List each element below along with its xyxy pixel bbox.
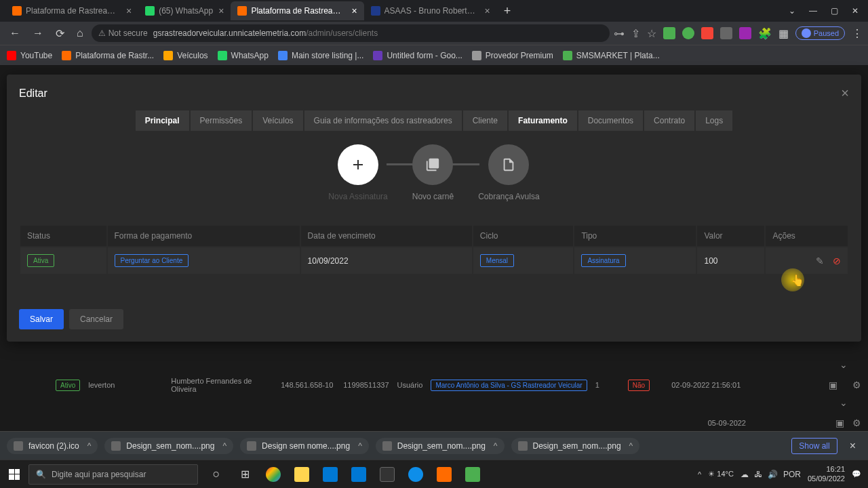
extension-icon[interactable] — [701, 27, 713, 39]
download-item[interactable]: Design_sem_nom....png^ — [511, 438, 640, 454]
bookmark-item[interactable]: Veículos — [163, 51, 208, 60]
row-expand-icon[interactable]: ⌄ — [840, 359, 848, 370]
bookmark-item[interactable]: Plataforma de Rastr... — [62, 51, 154, 60]
modal-close-icon[interactable]: × — [841, 85, 849, 101]
chevron-up-icon[interactable]: ^ — [629, 441, 633, 451]
bookmark-favicon — [373, 51, 382, 60]
maximize-icon[interactable]: ▢ — [831, 6, 838, 16]
extensions-icon[interactable]: 🧩 — [758, 27, 772, 40]
tab-permissoes[interactable]: Permissões — [191, 110, 252, 131]
notifications-icon[interactable]: 💬 — [852, 470, 861, 479]
bookmark-item[interactable]: Untitled form - Goo... — [373, 51, 462, 60]
volume-icon[interactable]: 🔊 — [768, 470, 778, 479]
tab-documentos[interactable]: Documentos — [578, 110, 643, 131]
explorer-icon[interactable] — [289, 462, 315, 487]
key-icon[interactable]: ⊶ — [614, 27, 625, 40]
network-icon[interactable]: 🖧 — [754, 470, 762, 479]
step-cobranca-avulsa[interactable]: Cobrança Avulsa — [478, 144, 540, 201]
start-button[interactable] — [0, 460, 28, 489]
bookmark-item[interactable]: Provedor Premium — [472, 51, 553, 60]
mail-icon[interactable] — [317, 462, 343, 487]
app-icon[interactable]: ▦ — [778, 27, 789, 40]
bookmark-favicon — [472, 51, 481, 60]
camera-icon[interactable]: ▣ — [829, 380, 837, 390]
chevron-up-icon[interactable]: ^ — [358, 441, 362, 451]
download-item[interactable]: Design_sem_nom....png^ — [376, 438, 505, 454]
tab-close-icon[interactable]: × — [218, 5, 224, 16]
chevron-up-icon[interactable]: ^ — [222, 441, 226, 451]
reload-button[interactable]: ⟳ — [52, 24, 68, 43]
store-icon[interactable] — [346, 462, 372, 487]
tray-chevron-icon[interactable]: ^ — [698, 470, 701, 479]
teamviewer-icon[interactable] — [403, 462, 429, 487]
browser-tab-active[interactable]: Plataforma de Rastreamento e g × — [231, 1, 363, 20]
language-icon[interactable]: POR — [783, 470, 801, 479]
cell-count: 1 — [595, 381, 599, 389]
chevron-down-icon[interactable]: ⌄ — [789, 6, 795, 16]
camera-icon[interactable]: ▣ — [835, 418, 844, 428]
bookmark-item[interactable]: SMSMARKET | Plata... — [563, 51, 660, 60]
extension-icon[interactable] — [663, 27, 675, 39]
row-expand-icon[interactable]: ⌄ — [840, 397, 848, 408]
new-tab-button[interactable]: + — [497, 4, 518, 18]
step-novo-carne[interactable]: Novo carnê — [412, 144, 454, 201]
extension-icon[interactable] — [739, 27, 751, 39]
cortana-icon[interactable]: ○ — [203, 462, 229, 487]
share-icon[interactable]: ⇪ — [631, 27, 640, 40]
weather-widget[interactable]: ☀ 14°C — [708, 470, 734, 479]
extension-icon[interactable] — [682, 27, 694, 39]
delete-icon[interactable]: ⊘ — [833, 256, 841, 266]
tab-guia[interactable]: Guia de informações dos rastreadores — [304, 110, 462, 131]
show-all-button[interactable]: Show all — [791, 438, 837, 454]
step-connector — [452, 163, 479, 165]
star-icon[interactable]: ☆ — [647, 27, 656, 40]
chrome-icon[interactable] — [260, 462, 286, 487]
tab-contrato[interactable]: Contrato — [644, 110, 694, 131]
tab-close-icon[interactable]: × — [126, 5, 132, 16]
taskbar-search[interactable]: 🔍 Digite aqui para pesquisar — [28, 464, 198, 485]
menu-icon[interactable]: ⋮ — [852, 27, 863, 40]
browser-tab[interactable]: ASAAS - Bruno Roberto Vieira d × — [364, 1, 497, 20]
gear-icon[interactable]: ⚙ — [852, 418, 861, 428]
modal-tabs: Principal Permissões Veículos Guia de in… — [19, 110, 849, 131]
cancel-button[interactable]: Cancelar — [69, 309, 123, 329]
tab-close-icon[interactable]: × — [351, 5, 357, 16]
profile-paused[interactable]: Paused — [795, 26, 845, 40]
close-window-icon[interactable]: ✕ — [852, 6, 859, 16]
tab-veiculos[interactable]: Veículos — [253, 110, 302, 131]
download-item[interactable]: Design sem nome....png^ — [240, 438, 369, 454]
download-item[interactable]: favicon (2).ico^ — [7, 438, 98, 454]
chevron-up-icon[interactable]: ^ — [494, 441, 498, 451]
chevron-up-icon[interactable]: ^ — [87, 441, 92, 451]
app-icon[interactable] — [374, 462, 400, 487]
tab-faturamento[interactable]: Faturamento — [509, 110, 577, 131]
step-nova-assinatura[interactable]: Nova Assinatura — [328, 144, 387, 201]
bookmark-item[interactable]: Main store listing |... — [278, 51, 364, 60]
forward-button[interactable]: → — [28, 24, 47, 42]
browser-tab[interactable]: Plataforma de Rastreamento e g × — [5, 1, 138, 20]
browser-tab[interactable]: (65) WhatsApp × — [138, 1, 231, 20]
download-item[interactable]: Design_sem_nom....png^ — [104, 438, 233, 454]
tab-cliente[interactable]: Cliente — [463, 110, 507, 131]
task-view-icon[interactable]: ⊞ — [232, 462, 258, 487]
home-button[interactable]: ⌂ — [73, 24, 87, 42]
close-shelf-icon[interactable]: × — [844, 440, 861, 452]
tab-close-icon[interactable]: × — [485, 5, 490, 16]
edit-icon[interactable]: ✎ — [816, 256, 824, 266]
app-icon[interactable] — [431, 462, 457, 487]
clock[interactable]: 16:21 05/09/2022 — [808, 465, 845, 483]
bookmark-item[interactable]: WhatsApp — [218, 51, 269, 60]
gear-icon[interactable]: ⚙ — [852, 380, 861, 390]
modal-title: Editar — [19, 87, 47, 100]
back-button[interactable]: ← — [5, 24, 24, 42]
onedrive-icon[interactable]: ☁ — [741, 470, 749, 479]
address-bar[interactable]: ⚠ Not secure gsrastreadorveicular.unnica… — [92, 24, 610, 42]
extension-icon[interactable] — [720, 27, 732, 39]
minimize-icon[interactable]: — — [809, 6, 817, 16]
tab-principal[interactable]: Principal — [136, 110, 189, 131]
app-icon[interactable] — [460, 462, 486, 487]
save-button[interactable]: Salvar — [19, 309, 64, 329]
tab-logs[interactable]: Logs — [696, 110, 732, 131]
bookmark-item[interactable]: YouTube — [7, 51, 52, 60]
security-indicator[interactable]: ⚠ Not secure — [98, 28, 148, 38]
